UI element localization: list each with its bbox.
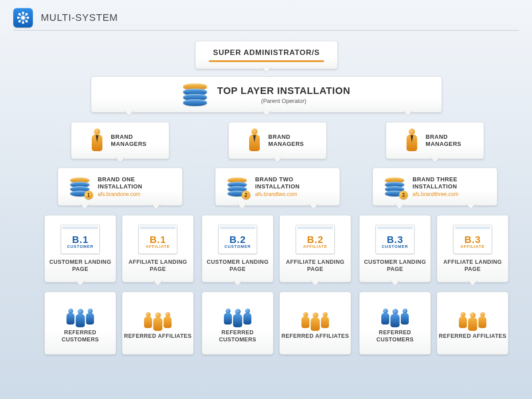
brand-install-title: BRAND TWO INSTALLATION	[255, 176, 329, 191]
brand-install-node: 2 BRAND TWO INSTALLATION afs.brandtwo.co…	[215, 168, 340, 206]
browser-page-icon: B.1 AFFILIATE	[138, 225, 177, 254]
customer-landing-label: CUSTOMER LANDING PAGE	[202, 258, 273, 273]
super-admin-node: SUPER ADMINISTRATOR/S	[195, 41, 338, 69]
brand-badge: 3	[399, 191, 408, 200]
brand-install-url: afs.brandthree.com	[413, 191, 486, 197]
people-group-icon	[298, 307, 332, 328]
orange-underline	[209, 60, 324, 62]
brand-manager-node: BRAND MANAGERS	[386, 122, 484, 159]
people-group-icon	[141, 307, 175, 328]
svg-point-1	[22, 12, 24, 14]
database-icon	[183, 83, 207, 106]
brand-manager-node: BRAND MANAGERS	[71, 122, 169, 159]
svg-point-13	[19, 20, 20, 22]
referred-customers-node: REFERRED CUSTOMERS	[202, 292, 274, 355]
top-layer-node: TOP LAYER INSTALLATION (Parent Operator)	[91, 76, 442, 113]
brand-badge: 2	[242, 191, 250, 200]
brand-install-url: afs.brandtwo.com	[255, 191, 329, 197]
affiliate-landing-node: B.2 AFFILIATE AFFILIATE LANDING PAGE	[279, 215, 351, 282]
affiliate-landing-label: AFFILIATE LANDING PAGE	[280, 258, 351, 273]
affiliate-landing-label: AFFILIATE LANDING PAGE	[437, 258, 508, 273]
person-icon	[247, 129, 262, 153]
database-icon: 1	[70, 177, 90, 196]
svg-point-7	[27, 17, 29, 19]
brand-install-node: 1 BRAND ONE INSTALLATION afs.brandone.co…	[58, 168, 183, 206]
referred-affiliates-label: REFERRED AFFILIATES	[282, 332, 349, 340]
people-group-icon	[63, 303, 98, 325]
top-layer-title: TOP LAYER INSTALLATION	[217, 85, 350, 97]
database-icon: 2	[227, 177, 247, 196]
customer-landing-node: B.3 CUSTOMER CUSTOMER LANDING PAGE	[359, 215, 431, 282]
brand-manager-label: BRAND MANAGERS	[268, 133, 308, 148]
brand-manager-label: BRAND MANAGERS	[426, 133, 466, 148]
affiliate-landing-label: AFFILIATE LANDING PAGE	[122, 258, 193, 273]
people-group-icon	[220, 303, 255, 325]
customer-landing-node: B.2 CUSTOMER CUSTOMER LANDING PAGE	[202, 215, 274, 282]
affiliate-landing-node: B.3 AFFILIATE AFFILIATE LANDING PAGE	[437, 215, 509, 282]
referred-affiliates-label: REFERRED AFFILIATES	[439, 332, 507, 340]
customer-landing-label: CUSTOMER LANDING PAGE	[360, 258, 430, 273]
customer-landing-label: CUSTOMER LANDING PAGE	[45, 258, 116, 273]
svg-point-5	[17, 17, 19, 19]
svg-line-10	[20, 15, 22, 17]
referred-customers-label: REFERRED CUSTOMERS	[45, 329, 116, 344]
referred-customers-label: REFERRED CUSTOMERS	[202, 329, 273, 344]
svg-point-0	[21, 16, 25, 20]
hub-icon	[13, 8, 33, 27]
brand-install-title: BRAND ONE INSTALLATION	[98, 176, 171, 191]
referred-affiliates-label: REFERRED AFFILIATES	[124, 332, 192, 340]
svg-point-15	[26, 20, 27, 22]
customer-landing-node: B.1 CUSTOMER CUSTOMER LANDING PAGE	[44, 215, 116, 282]
browser-page-icon: B.2 CUSTOMER	[218, 225, 257, 254]
brand-install-url: afs.brandone.com	[98, 191, 171, 197]
browser-page-icon: B.2 AFFILIATE	[296, 225, 335, 254]
super-admin-title: SUPER ADMINISTRATOR/S	[213, 48, 320, 57]
referred-affiliates-node: REFERRED AFFILIATES	[122, 292, 194, 355]
people-group-icon	[455, 307, 490, 328]
svg-line-12	[24, 15, 26, 17]
affiliate-landing-node: B.1 AFFILIATE AFFILIATE LANDING PAGE	[122, 215, 194, 282]
referred-customers-node: REFERRED CUSTOMERS	[359, 292, 431, 355]
browser-page-icon: B.3 CUSTOMER	[376, 225, 415, 254]
database-icon: 3	[384, 177, 405, 196]
referred-affiliates-node: REFERRED AFFILIATES	[279, 292, 351, 355]
browser-page-icon: B.3 AFFILIATE	[453, 225, 492, 254]
brand-badge: 1	[84, 191, 93, 200]
browser-page-icon: B.1 CUSTOMER	[61, 225, 100, 254]
referred-customers-node: REFERRED CUSTOMERS	[44, 292, 116, 355]
page-title: MULTI-SYSTEM	[41, 12, 118, 23]
svg-line-14	[20, 19, 22, 21]
people-group-icon	[378, 303, 412, 325]
referred-affiliates-node: REFERRED AFFILIATES	[437, 292, 509, 355]
top-layer-subtitle: (Parent Operator)	[217, 98, 350, 104]
brand-manager-node: BRAND MANAGERS	[228, 122, 327, 159]
svg-line-16	[24, 19, 26, 21]
brand-manager-label: BRAND MANAGERS	[111, 133, 151, 148]
person-icon	[90, 129, 105, 153]
brand-install-title: BRAND THREE INSTALLATION	[413, 176, 486, 191]
svg-point-3	[22, 22, 24, 23]
referred-customers-label: REFERRED CUSTOMERS	[360, 329, 430, 344]
brand-install-node: 3 BRAND THREE INSTALLATION afs.brandthre…	[372, 168, 497, 206]
person-icon	[404, 129, 419, 153]
svg-point-11	[26, 13, 27, 15]
svg-point-9	[19, 13, 20, 15]
header-divider	[13, 30, 519, 31]
